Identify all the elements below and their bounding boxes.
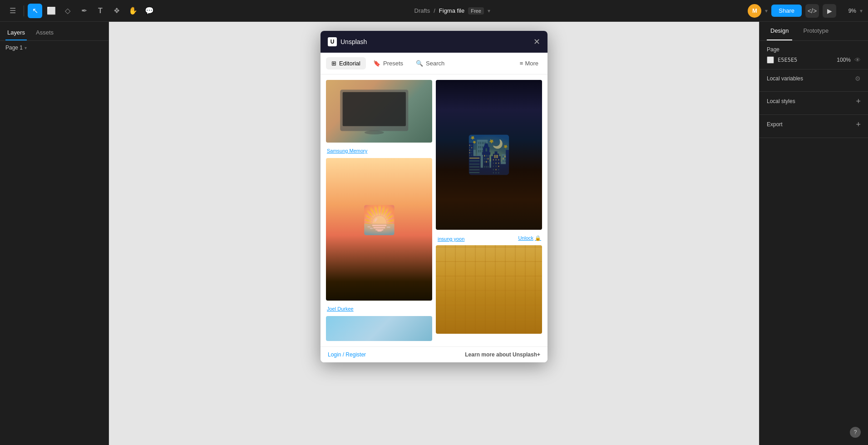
page-section-title: Page — [767, 46, 779, 53]
component-tool[interactable]: ❖ — [109, 4, 124, 18]
street-caption-row: insung yoon Unlock 🔒 — [436, 234, 542, 242]
breadcrumb-separator: / — [434, 7, 435, 14]
unsplash-modal: U Unsplash ✕ ⊞ Editorial 🔖 Presets 🔍 Sea… — [321, 31, 547, 362]
presets-label: Presets — [383, 60, 403, 67]
modal-header: U Unsplash ✕ — [321, 31, 547, 53]
unsplash-logo: U — [328, 37, 337, 46]
toolbar: ☰ ↖ ⬜ ◇ ✒ T ❖ ✋ 💬 Drafts / Figma file Fr… — [0, 0, 868, 22]
present-button[interactable]: ▶ — [823, 4, 836, 18]
modal-header-left: U Unsplash — [328, 37, 367, 46]
assets-tab[interactable]: Assets — [34, 25, 55, 40]
design-tab[interactable]: Design — [767, 22, 792, 40]
zoom-level[interactable]: 9% — [840, 8, 856, 14]
search-label: Search — [426, 60, 444, 67]
pen-tool[interactable]: ✒ — [77, 4, 91, 18]
modal-title: Unsplash — [340, 38, 367, 45]
more-lines-icon: ≡ — [520, 60, 523, 67]
export-title: Export — [767, 121, 783, 128]
toolbar-center: Drafts / Figma file Free ▾ — [158, 7, 746, 15]
cursor-tool[interactable]: ↖ — [28, 4, 42, 18]
learn-text: Learn more about — [465, 351, 513, 358]
search-icon: 🔍 — [416, 60, 423, 67]
modal-nav: ⊞ Editorial 🔖 Presets 🔍 Search ≡ More — [321, 53, 547, 74]
login-register-link[interactable]: Login / Register — [328, 351, 366, 358]
modal-overlay: U Unsplash ✕ ⊞ Editorial 🔖 Presets 🔍 Sea… — [109, 22, 759, 445]
more-label: More — [525, 60, 538, 67]
nav-presets[interactable]: 🔖 Presets — [368, 57, 409, 69]
local-styles-section: Local styles + — [760, 92, 868, 115]
lock-icon: 🔒 — [535, 235, 541, 241]
layers-tab[interactable]: Layers — [5, 25, 27, 40]
plan-chevron[interactable]: ▾ — [488, 8, 490, 14]
text-tool[interactable]: T — [93, 4, 108, 18]
presets-icon: 🔖 — [373, 60, 380, 67]
photo-sunset-caption: Joel Durkee — [326, 304, 432, 312]
modal-close-button[interactable]: ✕ — [533, 37, 540, 47]
avatar-chevron[interactable]: ▾ — [765, 8, 768, 14]
local-variables-section: Local variables ⚙ — [760, 69, 868, 92]
prototype-tab[interactable]: Prototype — [799, 22, 832, 40]
export-section-header: Export + — [767, 120, 861, 129]
right-sidebar-tabs: Design Prototype — [760, 22, 868, 41]
right-sidebar: Design Prototype Page E5E5E5 100% 👁 Loca… — [759, 22, 868, 445]
shape-tool[interactable]: ◇ — [60, 4, 75, 18]
editorial-label: Editorial — [339, 60, 360, 67]
footer-login: Login / Register — [328, 351, 366, 358]
unlock-link[interactable]: Unlock 🔒 — [518, 235, 541, 241]
avatar[interactable]: M — [748, 4, 761, 18]
modal-footer: Login / Register Learn more about Unspla… — [321, 346, 547, 362]
left-sidebar-tabs: Layers Assets — [0, 22, 108, 41]
page-color-swatch[interactable] — [767, 56, 774, 64]
local-styles-header: Local styles + — [767, 97, 861, 105]
page-chevron: ▾ — [25, 45, 27, 50]
nav-more[interactable]: ≡ More — [516, 57, 542, 69]
export-section: Export + — [760, 115, 868, 138]
page-color-value[interactable]: E5E5E5 — [778, 57, 797, 63]
page-header[interactable]: Page 1 ▾ — [0, 41, 108, 54]
photo-laptop-caption: Samsung Memory — [326, 146, 432, 154]
local-styles-title: Local styles — [767, 98, 795, 104]
share-button[interactable]: Share — [771, 5, 802, 17]
photo-partial[interactable] — [326, 316, 432, 341]
page-color-opacity[interactable]: 100% — [837, 57, 851, 63]
local-styles-add-button[interactable]: + — [856, 97, 861, 105]
menu-icon[interactable]: ☰ — [5, 4, 20, 18]
footer-learn: Learn more about Unsplash+ — [465, 351, 540, 358]
eye-icon[interactable]: 👁 — [854, 56, 861, 64]
left-sidebar: Layers Assets Page 1 ▾ — [0, 22, 109, 445]
local-variables-title: Local variables — [767, 75, 803, 82]
file-name[interactable]: Figma file — [439, 7, 464, 14]
editorial-icon: ⊞ — [331, 60, 336, 67]
frame-tool[interactable]: ⬜ — [44, 4, 59, 18]
toolbar-right: M ▾ Share </> ▶ 9% ▾ — [748, 4, 863, 18]
samsung-memory-link[interactable]: Samsung Memory — [326, 148, 368, 153]
insung-yoon-link[interactable]: insung yoon — [437, 236, 465, 242]
comment-tool[interactable]: 💬 — [142, 4, 157, 18]
unsplash-plus-label[interactable]: Unsplash+ — [513, 351, 540, 358]
breadcrumb-drafts[interactable]: Drafts — [414, 7, 430, 14]
photos-col-left: Samsung Memory Joel Durkee — [326, 80, 432, 341]
zoom-chevron[interactable]: ▾ — [860, 8, 863, 14]
help-icon[interactable]: ? — [850, 427, 861, 438]
hand-tool[interactable]: ✋ — [126, 4, 140, 18]
photo-arches[interactable] — [436, 245, 542, 334]
local-variables-header: Local variables ⚙ — [767, 75, 861, 82]
separator-1 — [24, 5, 24, 16]
page-color-row: E5E5E5 100% 👁 — [767, 56, 861, 64]
photo-laptop[interactable] — [326, 80, 432, 143]
unlock-label: Unlock — [518, 235, 533, 241]
photo-street[interactable] — [436, 80, 542, 230]
plan-badge[interactable]: Free — [468, 7, 484, 15]
photos-col-right: insung yoon Unlock 🔒 — [436, 80, 542, 341]
page-section-header: Page — [767, 46, 861, 53]
export-add-button[interactable]: + — [856, 120, 861, 129]
page-section: Page E5E5E5 100% 👁 — [760, 41, 868, 69]
joel-durkee-link[interactable]: Joel Durkee — [326, 306, 355, 312]
photo-sunset[interactable] — [326, 158, 432, 300]
nav-editorial[interactable]: ⊞ Editorial — [326, 57, 366, 69]
page-label: Page 1 — [5, 44, 23, 51]
photos-grid[interactable]: Samsung Memory Joel Durkee — [321, 74, 547, 346]
code-view-button[interactable]: </> — [805, 4, 819, 18]
local-variables-settings-icon[interactable]: ⚙ — [855, 75, 861, 82]
nav-search[interactable]: 🔍 Search — [410, 57, 450, 69]
